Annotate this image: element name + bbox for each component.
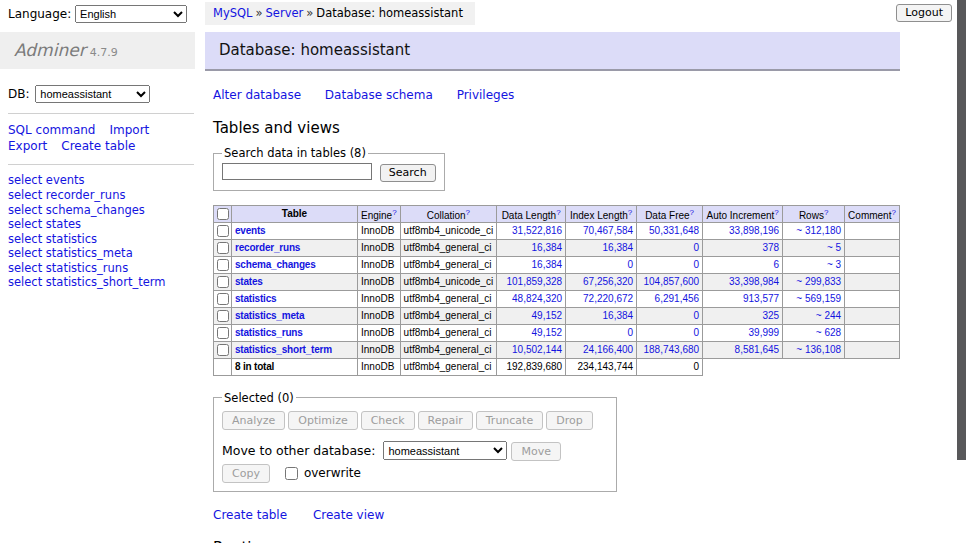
table-link[interactable]: statistics_short_term <box>46 275 166 289</box>
column-help-link[interactable]: ? <box>774 208 778 217</box>
data-free-link[interactable]: 50,331,648 <box>649 225 699 236</box>
auto-increment-link[interactable]: 325 <box>762 310 779 321</box>
table-name-link[interactable]: states <box>235 276 263 287</box>
column-help-link[interactable]: ? <box>891 208 895 217</box>
select-link[interactable]: select <box>8 232 42 246</box>
table-link[interactable]: recorder_runs <box>46 188 126 202</box>
table-link[interactable]: statistics_runs <box>46 261 128 275</box>
sidebar-link-export[interactable]: Export <box>8 138 47 154</box>
row-checkbox[interactable] <box>217 327 229 339</box>
data-length-link[interactable]: 16,384 <box>532 259 563 270</box>
index-length-link[interactable]: 24,166,400 <box>583 344 633 355</box>
select-link[interactable]: select <box>8 275 42 289</box>
rows-link[interactable]: ~ 5 <box>827 242 841 253</box>
repair-button[interactable]: Repair <box>418 411 473 430</box>
auto-increment-link[interactable]: 378 <box>762 242 779 253</box>
breadcrumb-mysql-link[interactable]: MySQL <box>213 6 253 20</box>
sidebar-link-sql-command[interactable]: SQL command <box>8 122 95 138</box>
table-link[interactable]: schema_changes <box>46 203 145 217</box>
sidebar-link-create-table[interactable]: Create table <box>61 138 135 154</box>
table-name-link[interactable]: schema_changes <box>235 259 316 270</box>
row-checkbox[interactable] <box>217 259 229 271</box>
search-input[interactable] <box>222 163 372 180</box>
auto-increment-link[interactable]: 6 <box>774 259 780 270</box>
rows-link[interactable]: ~ 299,833 <box>796 276 841 287</box>
optimize-button[interactable]: Optimize <box>288 411 357 430</box>
column-help-link[interactable]: ? <box>556 208 560 217</box>
data-length-link[interactable]: 49,152 <box>532 310 563 321</box>
data-free-link[interactable]: 0 <box>694 310 700 321</box>
select-link[interactable]: select <box>8 246 42 260</box>
row-checkbox[interactable] <box>217 310 229 322</box>
language-select[interactable]: English <box>75 5 187 23</box>
column-help-link[interactable]: ? <box>628 208 632 217</box>
data-length-link[interactable]: 101,859,328 <box>506 276 562 287</box>
data-free-link[interactable]: 6,291,456 <box>655 293 700 304</box>
alter-database-link[interactable]: Alter database <box>213 88 301 102</box>
index-length-link[interactable]: 16,384 <box>603 242 634 253</box>
check-button[interactable]: Check <box>361 411 415 430</box>
create-view-link[interactable]: Create view <box>313 508 384 522</box>
copy-button[interactable]: Copy <box>222 464 270 483</box>
column-help-link[interactable]: ? <box>392 208 396 217</box>
auto-increment-link[interactable]: 39,999 <box>749 327 780 338</box>
table-name-link[interactable]: events <box>235 225 266 236</box>
data-free-link[interactable]: 188,743,680 <box>643 344 699 355</box>
rows-link[interactable]: ~ 3 <box>827 259 841 270</box>
data-length-link[interactable]: 48,824,320 <box>512 293 562 304</box>
select-link[interactable]: select <box>8 261 42 275</box>
auto-increment-link[interactable]: 33,398,984 <box>729 276 779 287</box>
table-link[interactable]: statistics <box>46 232 97 246</box>
column-help-link[interactable]: ? <box>824 208 828 217</box>
index-length-link[interactable]: 72,220,672 <box>583 293 633 304</box>
select-all-checkbox[interactable] <box>217 208 229 220</box>
create-table-link[interactable]: Create table <box>213 508 287 522</box>
data-length-link[interactable]: 10,502,144 <box>512 344 562 355</box>
data-free-link[interactable]: 104,857,600 <box>643 276 699 287</box>
table-link[interactable]: events <box>46 173 85 187</box>
drop-button[interactable]: Drop <box>546 411 592 430</box>
select-link[interactable]: select <box>8 173 42 187</box>
rows-link[interactable]: ~ 312,180 <box>796 225 841 236</box>
row-checkbox[interactable] <box>217 242 229 254</box>
index-length-link[interactable]: 0 <box>628 259 634 270</box>
move-button[interactable]: Move <box>511 442 561 461</box>
table-name-link[interactable]: recorder_runs <box>235 242 300 253</box>
auto-increment-link[interactable]: 33,898,196 <box>729 225 779 236</box>
data-free-link[interactable]: 0 <box>694 327 700 338</box>
table-name-link[interactable]: statistics_meta <box>235 310 304 321</box>
rows-link[interactable]: ~ 244 <box>816 310 841 321</box>
select-link[interactable]: select <box>8 203 42 217</box>
row-checkbox[interactable] <box>217 276 229 288</box>
logout-button[interactable]: Logout <box>896 4 952 22</box>
analyze-button[interactable]: Analyze <box>222 411 285 430</box>
auto-increment-link[interactable]: 8,581,645 <box>735 344 780 355</box>
column-help-link[interactable]: ? <box>690 208 694 217</box>
overwrite-checkbox[interactable] <box>285 467 298 480</box>
table-name-link[interactable]: statistics_short_term <box>235 344 332 355</box>
data-length-link[interactable]: 31,522,816 <box>512 225 562 236</box>
index-length-link[interactable]: 67,256,320 <box>583 276 633 287</box>
sidebar-link-import[interactable]: Import <box>109 122 149 138</box>
privileges-link[interactable]: Privileges <box>457 88 515 102</box>
breadcrumb-server-link[interactable]: Server <box>266 6 304 20</box>
rows-link[interactable]: ~ 628 <box>816 327 841 338</box>
scrollbar-thumb[interactable] <box>957 0 966 460</box>
index-length-link[interactable]: 70,467,584 <box>583 225 633 236</box>
rows-link[interactable]: ~ 136,108 <box>796 344 841 355</box>
column-help-link[interactable]: ? <box>466 208 470 217</box>
auto-increment-link[interactable]: 913,577 <box>743 293 779 304</box>
rows-link[interactable]: ~ 569,159 <box>796 293 841 304</box>
index-length-link[interactable]: 16,384 <box>603 310 634 321</box>
row-checkbox[interactable] <box>217 293 229 305</box>
search-button[interactable]: Search <box>380 164 436 182</box>
row-checkbox[interactable] <box>217 225 229 237</box>
truncate-button[interactable]: Truncate <box>476 411 543 430</box>
table-link[interactable]: states <box>46 217 81 231</box>
table-name-link[interactable]: statistics <box>235 293 276 304</box>
select-link[interactable]: select <box>8 188 42 202</box>
data-free-link[interactable]: 0 <box>694 242 700 253</box>
row-checkbox[interactable] <box>217 344 229 356</box>
select-link[interactable]: select <box>8 217 42 231</box>
table-name-link[interactable]: statistics_runs <box>235 327 303 338</box>
